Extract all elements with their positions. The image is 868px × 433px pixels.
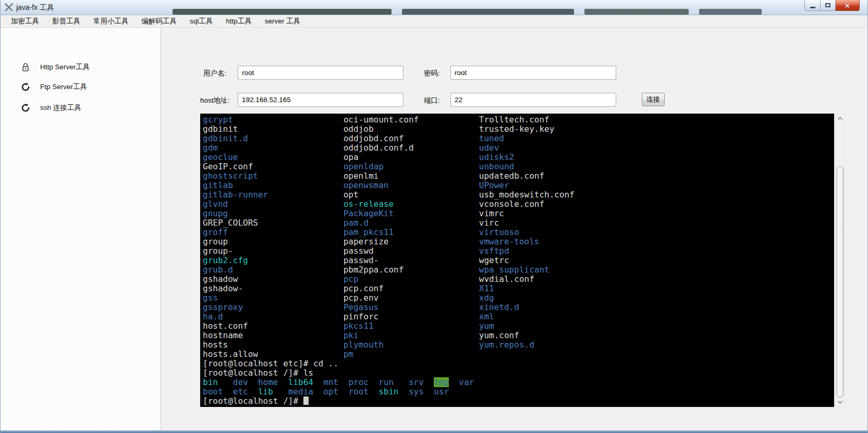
background-artifact xyxy=(584,9,689,15)
menu-item-http-tools[interactable]: http工具 xyxy=(221,16,257,27)
maximize-icon xyxy=(825,3,830,7)
terminal-line: group papersize vmware-tools xyxy=(203,237,834,246)
terminal-line: [root@localhost /]# xyxy=(203,397,834,406)
terminal-line: gitlab-runner opt usb_modeswitch.conf xyxy=(203,190,834,200)
chevron-up-icon xyxy=(838,117,843,122)
menu-item-sql-tools[interactable]: sql工具 xyxy=(185,16,218,27)
terminal-line: gnupg PackageKit vimrc xyxy=(203,209,834,218)
terminal-line: [root@localhost /]# ls xyxy=(203,368,834,378)
sidebar: Http Server工具Ftp Server工具ssh 连接工具 xyxy=(1,28,161,433)
background-artifact xyxy=(402,9,574,15)
scroll-down-button[interactable] xyxy=(836,398,845,406)
terminal-line: GREP_COLORS pam.d virc xyxy=(203,218,834,228)
sidebar-item-http-server[interactable]: Http Server工具 xyxy=(1,60,161,74)
window-title: java-fx 工具 xyxy=(16,3,54,13)
background-artifact xyxy=(173,9,392,15)
close-button[interactable]: × xyxy=(836,0,860,11)
terminal-line: gshadow pcp wvdial.conf xyxy=(203,275,834,284)
lock-icon xyxy=(21,63,30,72)
minimize-icon xyxy=(810,7,815,8)
menu-item-server-tools[interactable]: server 工具 xyxy=(260,16,305,27)
sidebar-item-label: Http Server工具 xyxy=(40,63,90,72)
terminal-line: host.conf pkcs11 yum xyxy=(203,321,834,331)
terminal-line: ha.d pinforc xml xyxy=(203,312,834,321)
username-label: 用户名: xyxy=(203,69,226,78)
terminal-line: bin dev home lib64 mnt proc run srv tmp … xyxy=(203,378,834,387)
sync-icon xyxy=(21,103,30,113)
sidebar-item-ftp-server[interactable]: Ftp Server工具 xyxy=(1,80,161,94)
terminal-scrollbar[interactable] xyxy=(835,114,845,407)
terminal-line: gcrypt oci-umount.conf Trolltech.conf xyxy=(203,115,834,125)
terminal-line: [root@localhost etc]# cd .. xyxy=(203,359,834,368)
terminal-line: hosts plymouth yum.repos.d xyxy=(203,340,834,350)
terminal-line: hostname pki yum.conf xyxy=(203,331,834,340)
app-icon xyxy=(4,3,14,12)
window-controls: × xyxy=(804,0,860,11)
terminal-cursor xyxy=(303,397,309,405)
sidebar-item-ssh-connect[interactable]: ssh 连接工具 xyxy=(1,101,161,115)
username-input[interactable] xyxy=(238,66,404,80)
port-input[interactable] xyxy=(450,93,616,107)
menu-item-codec-tools[interactable]: 编解码工具 xyxy=(137,16,182,27)
title-bar[interactable]: java-fx 工具 × xyxy=(1,0,868,15)
terminal-line: glvnd os-release vconsole.conf xyxy=(203,200,834,209)
app-window: java-fx 工具 × 加密工具影音工具常用小工具编解码工具sql工具http… xyxy=(0,0,868,433)
password-label: 密码: xyxy=(424,69,440,78)
terminal-line: gssproxy Pegasus xinetd.d xyxy=(203,303,834,312)
terminal-line: hosts.allow pm xyxy=(203,350,834,359)
connect-button[interactable]: 连接 xyxy=(642,93,665,106)
terminal-line: ghostscript openlmi updatedb.conf xyxy=(203,171,834,181)
menu-bar: 加密工具影音工具常用小工具编解码工具sql工具http工具server 工具 xyxy=(1,16,868,28)
terminal-line: boot etc lib media opt root sbin sys usr xyxy=(203,387,834,397)
sidebar-item-label: ssh 连接工具 xyxy=(40,103,81,113)
maximize-button[interactable] xyxy=(820,0,836,11)
terminal-line: geoclue opa udisks2 xyxy=(203,153,834,162)
close-icon: × xyxy=(845,1,850,10)
scroll-up-button[interactable] xyxy=(836,114,845,123)
menu-item-common-tools[interactable]: 常用小工具 xyxy=(88,16,134,27)
terminal-line: gdbinit oddjob trusted-key.key xyxy=(203,125,834,134)
window-bottom-border xyxy=(1,430,868,433)
menu-item-media-tools[interactable]: 影音工具 xyxy=(47,16,85,27)
port-label: 端口: xyxy=(424,96,440,105)
terminal-line: groff pam_pkcs11 virtuoso xyxy=(203,228,834,237)
scrollbar-thumb[interactable] xyxy=(837,166,843,398)
terminal-line: grub.d pbm2ppa.conf wpa_supplicant xyxy=(203,265,834,275)
sync-icon xyxy=(21,82,30,92)
chevron-down-icon xyxy=(838,399,843,404)
terminal-line: gdm oddjobd.conf.d udev xyxy=(203,143,834,153)
terminal-line: gss pcp.env xdg xyxy=(203,293,834,303)
host-label: host地址: xyxy=(200,96,229,105)
terminal-output[interactable]: gcrypt oci-umount.conf Trolltech.confgdb… xyxy=(200,114,834,407)
terminal-line: gdbinit.d oddjobd.conf tuned xyxy=(203,134,834,143)
terminal-line: grub2.cfg passwd- wgetrc xyxy=(203,256,834,265)
background-artifact xyxy=(699,9,762,15)
host-input[interactable] xyxy=(238,93,404,107)
minimize-button[interactable] xyxy=(804,0,820,11)
menu-item-encrypt-tools[interactable]: 加密工具 xyxy=(6,16,44,27)
terminal-line: group- passwd vsftpd xyxy=(203,246,834,256)
password-input[interactable] xyxy=(450,66,616,80)
terminal-line: gitlab openwsman UPower xyxy=(203,181,834,190)
terminal-line: GeoIP.conf openldap unbound xyxy=(203,162,834,171)
terminal-line: gshadow- pcp.conf X11 xyxy=(203,284,834,293)
sidebar-item-label: Ftp Server工具 xyxy=(40,82,87,92)
